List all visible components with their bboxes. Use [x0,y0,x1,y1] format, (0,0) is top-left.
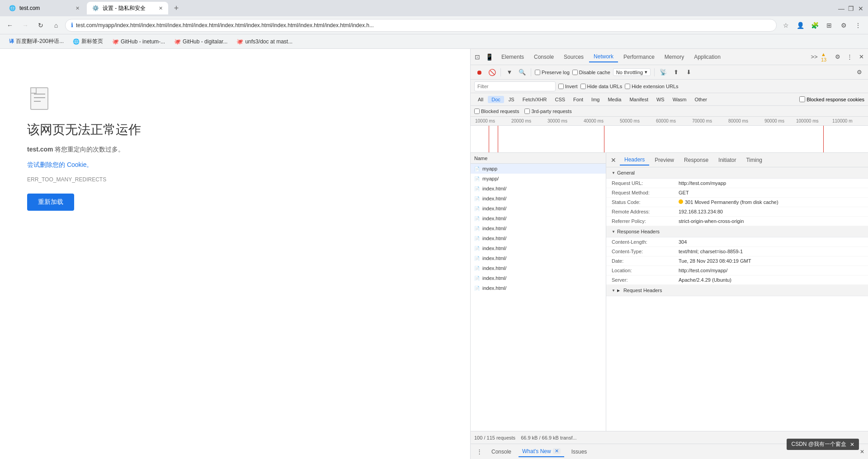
tab-memory[interactable]: Memory [660,52,689,62]
general-section-header[interactable]: General [606,167,868,179]
drawer-close-button[interactable]: ✕ [860,449,864,455]
tab-elements[interactable]: Elements [497,52,528,62]
blocked-requests-checkbox[interactable]: Blocked requests [474,109,519,114]
filter-doc[interactable]: Doc [488,96,504,103]
request-item-index-7[interactable]: 📄 index.html/ [471,243,606,253]
offline-icon[interactable]: 📡 [658,67,668,77]
filter-img[interactable]: Img [588,96,603,103]
profile-icon[interactable]: 👤 [794,19,807,32]
search-icon[interactable]: 🔍 [517,67,527,77]
devtools-close-icon[interactable]: ✕ [856,52,866,62]
reload-button[interactable]: 重新加载 [27,194,74,211]
refresh-button[interactable]: ↻ [34,19,47,32]
network-settings-icon[interactable]: ⚙ [854,67,864,77]
details-tab-initiator[interactable]: Initiator [714,155,741,165]
device-icon[interactable]: 📱 [484,52,494,62]
details-tab-preview[interactable]: Preview [650,155,679,165]
status-code-key: Status Code: [612,199,675,205]
whats-new-close[interactable]: ✕ [553,448,561,454]
details-tab-headers[interactable]: Headers [620,155,649,166]
filter-other[interactable]: Other [691,96,711,103]
tab-application[interactable]: Application [689,52,725,62]
filter-media[interactable]: Media [604,96,625,103]
request-item-index-8[interactable]: 📄 index.html/ [471,253,606,263]
delete-cookie-link[interactable]: 尝试删除您的 Cookie。 [27,161,93,169]
record-icon[interactable]: ⏺ [474,67,484,77]
home-button[interactable]: ⌂ [50,19,62,32]
more-tabs-button[interactable]: >> [809,52,819,62]
request-item-index-5[interactable]: 📄 index.html/ [471,223,606,233]
forward-button[interactable]: → [19,19,32,32]
drawer-tab-issues[interactable]: Issues [568,447,591,457]
csdn-close-button[interactable]: ✕ [850,441,854,448]
request-item-index-9[interactable]: 📄 index.html/ [471,263,606,273]
drawer-tab-console[interactable]: Console [488,447,515,457]
bookmark-2[interactable]: 🌐 新标签页 [69,36,107,47]
request-item-myapp-slash[interactable]: 📄 myapp/ [471,174,606,184]
tab-console[interactable]: Console [529,52,558,62]
devtools-settings-icon[interactable]: ⚙ [833,52,843,62]
menu-icon[interactable]: ⋮ [852,19,864,32]
throttle-selector[interactable]: No throttling ▾ [613,68,651,76]
minimize-button[interactable]: — [838,5,844,11]
response-headers-section-header[interactable]: Response Headers [606,226,868,237]
filter-manifest[interactable]: Manifest [626,96,652,103]
bookmark-5[interactable]: 🐙 unfs3/doc at mast... [233,37,296,47]
extensions-icon[interactable]: 🧩 [808,19,821,32]
filter-fetch-xhr[interactable]: Fetch/XHR [519,96,551,103]
request-item-index-10[interactable]: 📄 index.html/ [471,273,606,283]
disable-cache-checkbox[interactable]: Disable cache [572,70,610,75]
tab2-close[interactable]: ✕ [159,5,163,11]
bookmark-1[interactable]: 译 百度翻译-200种语... [5,36,67,47]
tab-2[interactable]: ⚙️ 设置 - 隐私和安全 ✕ [87,2,168,14]
filter-js[interactable]: JS [505,96,518,103]
request-item-index-2[interactable]: 📄 index.html/ [471,194,606,203]
clear-icon[interactable]: 🚫 [487,67,497,77]
filter-input[interactable] [474,81,556,91]
details-close-button[interactable]: ✕ [608,155,619,166]
hide-extension-urls-checkbox[interactable]: Hide extension URLs [625,84,678,89]
request-item-index-3[interactable]: 📄 index.html/ [471,203,606,213]
maximize-button[interactable]: ❐ [848,5,854,11]
upload-icon[interactable]: ⬆ [671,67,681,77]
filter-wasm[interactable]: Wasm [669,96,690,103]
tab-1[interactable]: 🌐 test.com ✕ [4,2,85,14]
hide-data-urls-checkbox[interactable]: Hide data URLs [580,84,623,89]
filter-css[interactable]: CSS [551,96,569,103]
filter-icon[interactable]: ▼ [505,67,514,77]
filter-font[interactable]: Font [570,96,587,103]
invert-checkbox[interactable]: Invert [558,84,578,89]
bookmark-3[interactable]: 🐙 GitHub - inetum-... [108,37,169,47]
tab-search-icon[interactable]: ⊞ [823,19,835,32]
third-party-checkbox[interactable]: 3rd-party requests [524,109,571,114]
devtools-more-icon[interactable]: ⋮ [844,52,854,62]
bookmark-star-icon[interactable]: ☆ [779,19,792,32]
request-headers-section-header[interactable]: ▶ Request Headers [606,285,868,296]
request-item-index-1[interactable]: 📄 index.html/ [471,184,606,194]
inspect-icon[interactable]: ⊡ [472,52,482,62]
new-tab-button[interactable]: + [170,2,183,14]
filter-ws[interactable]: WS [653,96,668,103]
request-item-index-4[interactable]: 📄 index.html/ [471,213,606,223]
tab-performance[interactable]: Performance [619,52,659,62]
tab-network[interactable]: Network [589,52,618,62]
drawer-tab-whats-new[interactable]: What's New ✕ [519,446,564,457]
request-item-index-6[interactable]: 📄 index.html/ [471,233,606,243]
details-tab-response[interactable]: Response [679,155,713,165]
back-button[interactable]: ← [4,19,16,32]
bookmark-4[interactable]: 🐙 GitHub - digitalar... [170,37,231,47]
address-bar[interactable]: ℹ test.com/myapp/index.html/index.html/i… [65,19,777,32]
blocked-cookies-checkbox[interactable] [799,96,805,102]
preserve-log-checkbox[interactable]: Preserve log [535,70,570,75]
request-item-index-11[interactable]: 📄 index.html/ [471,283,606,293]
download-icon[interactable]: ⬇ [684,67,693,77]
tab1-close[interactable]: ✕ [75,5,80,11]
warning-badge[interactable]: ▲ 13 [821,52,831,62]
filter-all[interactable]: All [474,96,487,103]
drawer-menu-icon[interactable]: ⋮ [474,447,484,457]
tab-sources[interactable]: Sources [559,52,588,62]
settings-icon[interactable]: ⚙ [837,19,850,32]
close-button[interactable]: ✕ [858,5,864,11]
details-tab-timing[interactable]: Timing [741,155,767,165]
request-item-myapp[interactable]: 📄 myapp [471,164,606,174]
